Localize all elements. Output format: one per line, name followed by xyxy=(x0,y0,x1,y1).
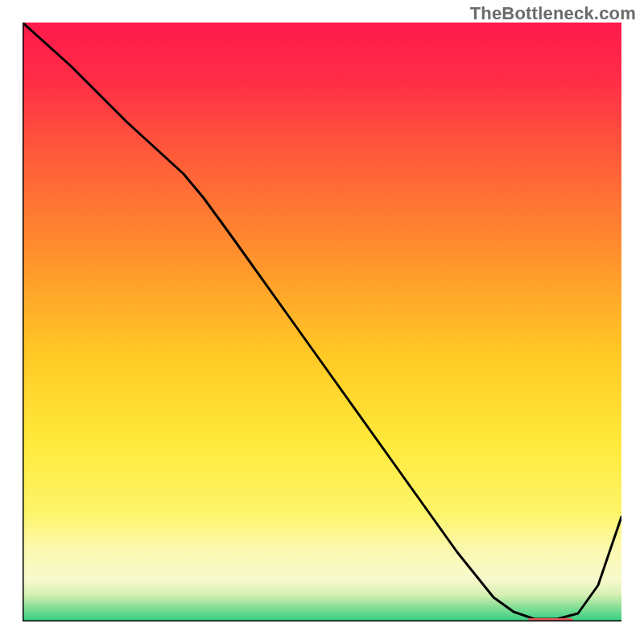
curve-layer xyxy=(23,23,621,621)
min-marker xyxy=(528,618,573,621)
curve-line xyxy=(23,23,621,619)
plot-area xyxy=(23,23,621,621)
watermark-text: TheBottleneck.com xyxy=(470,3,636,24)
